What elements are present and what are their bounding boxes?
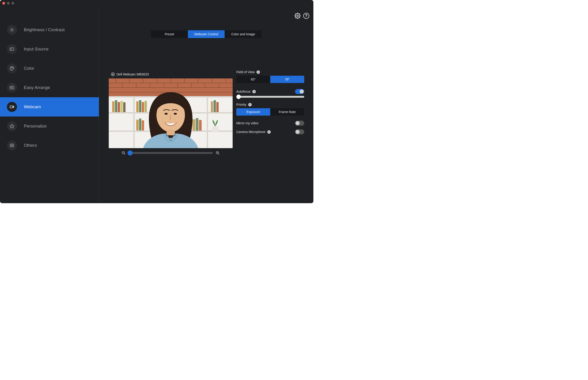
- svg-point-70: [164, 113, 168, 115]
- preview-column: Dell Webcam WB3023: [109, 73, 233, 155]
- titlebar: [0, 0, 314, 6]
- sidebar: Brightness / Contrast Input Source Color…: [0, 6, 99, 203]
- controls-column: Field of View i 65° 78° Autofocus i: [236, 73, 304, 155]
- zoom-slider-thumb[interactable]: [128, 151, 133, 155]
- svg-line-77: [218, 153, 219, 154]
- svg-rect-66: [196, 118, 198, 131]
- autofocus-toggle[interactable]: [295, 89, 304, 94]
- svg-rect-50: [112, 101, 115, 112]
- svg-point-11: [12, 67, 12, 68]
- zoom-slider[interactable]: [128, 152, 213, 154]
- svg-rect-59: [211, 101, 213, 112]
- fov-option-65[interactable]: 65°: [236, 76, 270, 83]
- window-zoom-button[interactable]: [11, 2, 14, 5]
- sidebar-item-brightness-contrast[interactable]: Brightness / Contrast: [0, 20, 99, 39]
- sidebar-item-label: Input Source: [24, 47, 49, 52]
- mirror-label: Mirror my video: [236, 121, 258, 125]
- focus-slider-thumb[interactable]: [236, 95, 241, 99]
- info-icon[interactable]: i: [252, 90, 256, 93]
- svg-rect-53: [120, 101, 123, 112]
- svg-rect-72: [167, 130, 175, 135]
- sidebar-item-label: Easy Arrange: [24, 85, 50, 90]
- sidebar-item-label: Brightness / Contrast: [24, 27, 64, 32]
- tab-preset[interactable]: Preset: [151, 30, 188, 38]
- svg-line-8: [13, 28, 13, 28]
- priority-label: Priority: [236, 103, 246, 106]
- sidebar-item-color[interactable]: Color: [0, 59, 99, 78]
- fov-label: Field of View: [236, 70, 255, 74]
- autofocus-row: Autofocus i: [236, 89, 304, 94]
- mirror-row: Mirror my video: [236, 121, 304, 126]
- svg-rect-51: [115, 100, 117, 112]
- focus-slider[interactable]: [236, 96, 304, 98]
- svg-line-4: [13, 31, 13, 31]
- svg-point-71: [174, 113, 177, 115]
- svg-point-10: [11, 68, 11, 68]
- tab-webcam-control[interactable]: Webcam Control: [188, 30, 225, 38]
- svg-line-3: [10, 28, 11, 28]
- content-pane: ? Preset Webcam Control Color and Image …: [99, 6, 314, 203]
- priority-option-exposure[interactable]: Exposure: [236, 108, 270, 115]
- device-row: Dell Webcam WB3023: [111, 73, 233, 76]
- svg-rect-9: [10, 48, 14, 50]
- fov-label-row: Field of View i: [236, 70, 304, 74]
- tab-color-and-image[interactable]: Color and Image: [225, 30, 261, 38]
- autofocus-label: Autofocus: [236, 90, 251, 93]
- info-icon[interactable]: i: [248, 103, 252, 106]
- svg-rect-62: [136, 120, 138, 131]
- svg-rect-58: [145, 101, 147, 112]
- sidebar-item-webcam[interactable]: Webcam: [0, 97, 99, 116]
- sidebar-item-input-source[interactable]: Input Source: [0, 39, 99, 59]
- others-icon: [7, 140, 17, 151]
- svg-rect-67: [199, 120, 202, 131]
- app-window: Brightness / Contrast Input Source Color…: [0, 0, 314, 203]
- mirror-toggle[interactable]: [295, 121, 304, 126]
- priority-label-row: Priority i: [236, 103, 304, 106]
- sidebar-item-label: Others: [24, 143, 37, 148]
- sidebar-item-label: Color: [24, 66, 34, 71]
- svg-marker-18: [10, 124, 14, 128]
- fov-option-78[interactable]: 78°: [270, 76, 304, 83]
- color-icon: [7, 63, 17, 73]
- help-button[interactable]: ?: [303, 13, 309, 19]
- svg-rect-61: [216, 102, 219, 112]
- svg-rect-19: [10, 144, 14, 147]
- webcam-icon: [7, 102, 17, 112]
- info-icon[interactable]: i: [256, 70, 260, 74]
- settings-button[interactable]: [294, 13, 300, 19]
- device-name: Dell Webcam WB3023: [117, 73, 149, 76]
- svg-rect-52: [118, 102, 120, 112]
- svg-rect-65: [193, 119, 195, 131]
- svg-rect-16: [10, 106, 13, 108]
- window-minimize-button[interactable]: [7, 2, 10, 5]
- camera-mic-toggle[interactable]: [295, 129, 304, 134]
- svg-rect-64: [142, 120, 144, 131]
- sidebar-item-others[interactable]: Others: [0, 136, 99, 155]
- svg-rect-56: [139, 100, 141, 112]
- priority-segmented: Exposure Frame Rate: [236, 108, 304, 115]
- brightness-icon: [7, 25, 17, 35]
- help-glyph: ?: [305, 14, 307, 18]
- camera-mic-row: Camera Microphone i: [236, 129, 304, 134]
- webcam-preview: [109, 78, 233, 148]
- zoom-out-icon[interactable]: [122, 151, 126, 155]
- priority-option-frame-rate[interactable]: Frame Rate: [270, 108, 304, 115]
- sidebar-item-personalize[interactable]: Personalize: [0, 116, 99, 136]
- top-icons: ?: [294, 13, 309, 19]
- svg-rect-63: [139, 118, 141, 131]
- zoom-in-icon[interactable]: [216, 151, 220, 155]
- svg-line-74: [124, 153, 125, 154]
- input-source-icon: [7, 44, 17, 54]
- body: Brightness / Contrast Input Source Color…: [0, 6, 314, 203]
- info-icon[interactable]: i: [267, 130, 271, 134]
- window-close-button[interactable]: [2, 2, 5, 5]
- svg-rect-57: [142, 102, 144, 112]
- svg-rect-54: [123, 102, 125, 112]
- sidebar-item-label: Webcam: [24, 104, 41, 109]
- easy-arrange-icon: [7, 83, 17, 93]
- svg-point-0: [11, 29, 13, 31]
- svg-point-22: [297, 15, 298, 17]
- sidebar-item-easy-arrange[interactable]: Easy Arrange: [0, 78, 99, 97]
- main-row: Dell Webcam WB3023: [104, 73, 309, 155]
- svg-rect-55: [136, 101, 138, 112]
